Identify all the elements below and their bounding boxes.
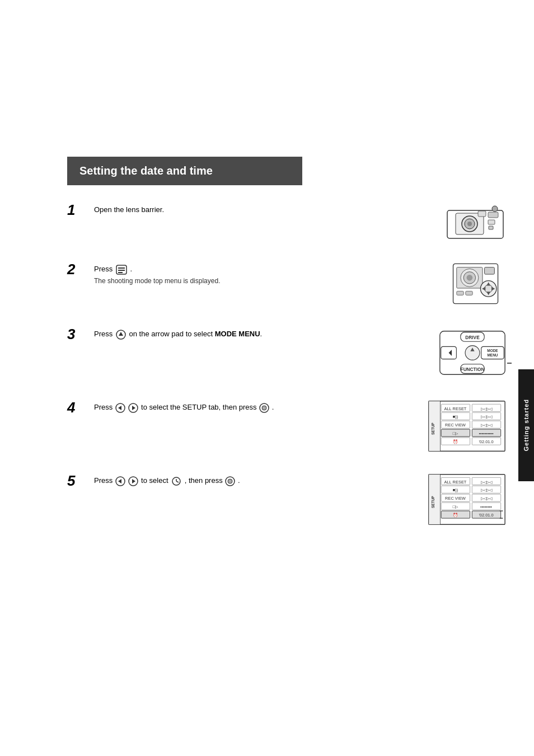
- svg-text:ALL RESET: ALL RESET: [444, 406, 467, 411]
- step-1-text: Open the lens barrier.: [94, 202, 433, 215]
- menu-button-icon: [116, 265, 127, 275]
- svg-rect-12: [118, 270, 125, 271]
- step-5-text: Press to select: [94, 473, 416, 486]
- step-4-number: 4: [67, 400, 90, 416]
- section-header: Setting the date and time: [67, 157, 302, 185]
- step-1-number: 1: [67, 202, 90, 218]
- svg-rect-7: [478, 211, 486, 217]
- svg-point-18: [485, 285, 493, 293]
- step-1-main: Open the lens barrier.: [94, 204, 433, 215]
- svg-point-4: [467, 222, 472, 226]
- svg-text:□▷: □▷: [453, 431, 459, 436]
- step-4: 4 Press to select the SETUP tab, then pr…: [67, 400, 506, 455]
- svg-text:REC VIEW: REC VIEW: [445, 496, 466, 501]
- step-5-number: 5: [67, 473, 90, 489]
- svg-text:••••••••: ••••••••: [480, 504, 492, 509]
- step-3-number: 3: [67, 326, 90, 342]
- svg-rect-5: [488, 212, 498, 218]
- clock-icon: [171, 476, 181, 486]
- svg-rect-8: [488, 220, 495, 224]
- step5-left-icon: [115, 476, 125, 486]
- svg-text:'02.01.0: '02.01.0: [479, 513, 493, 518]
- svg-text:▷◁▷◁: ▷◁▷◁: [481, 422, 493, 428]
- svg-text:⏰: ⏰: [453, 513, 458, 518]
- step-1: 1 Open the lens barrier.: [67, 202, 506, 243]
- step-3: 3 Press on the arrow pad to select MODE …: [67, 326, 506, 382]
- step-3-main: Press on the arrow pad to select MODE ME…: [94, 328, 428, 340]
- svg-rect-11: [118, 267, 125, 269]
- step-2-image: [450, 261, 506, 308]
- step-2-subtext: The shooting mode top menu is displayed.: [94, 276, 439, 286]
- svg-rect-9: [489, 226, 493, 229]
- svg-text:MODE: MODE: [487, 349, 498, 353]
- step-4-text: Press to select the SETUP tab, then pres…: [94, 400, 416, 413]
- left-arrow-circle-icon: [115, 403, 125, 413]
- svg-text:▷◁▷◁: ▷◁▷◁: [481, 496, 493, 501]
- step-1-image: [444, 202, 506, 243]
- step-2: 2 Press . The shooting mode top menu is …: [67, 261, 506, 308]
- svg-text:■)): ■)): [453, 415, 458, 420]
- page: Getting started Setting the date and tim…: [0, 157, 534, 756]
- setup-menu-1-svg: SETUP ALL RESET ▷◁▷◁ ■)) ▷◁▷◁ REC VIEW: [428, 400, 506, 453]
- svg-text:MENU: MENU: [487, 353, 498, 357]
- step-3-image: DRIVE MODE MENU FUNCTION: [439, 326, 506, 382]
- svg-point-47: [262, 406, 266, 410]
- step-2-main: Press .: [94, 264, 439, 275]
- camera-back-svg: [450, 261, 506, 306]
- step-2-number: 2: [67, 261, 90, 278]
- step5-ok-icon: [225, 476, 235, 486]
- svg-text:DRIVE: DRIVE: [465, 335, 480, 340]
- svg-rect-23: [457, 291, 463, 295]
- svg-text:⏰: ⏰: [453, 439, 458, 444]
- svg-text:FUNCTION: FUNCTION: [461, 367, 485, 372]
- side-tab: Getting started: [518, 369, 534, 481]
- step-4-image: SETUP ALL RESET ▷◁▷◁ ■)) ▷◁▷◁ REC VIEW: [428, 400, 506, 455]
- svg-text:▷◁▷◁: ▷◁▷◁: [481, 406, 493, 411]
- svg-text:▷◁▷◁: ▷◁▷◁: [481, 480, 493, 485]
- step-5: 5 Press to select: [67, 473, 506, 528]
- svg-text:REC VIEW: REC VIEW: [445, 422, 466, 428]
- svg-text:••••••••••: ••••••••••: [479, 431, 493, 436]
- svg-text:▷◁▷◁: ▷◁▷◁: [481, 415, 493, 420]
- side-tab-label: Getting started: [523, 399, 530, 451]
- svg-text:■)): ■)): [453, 488, 458, 493]
- step-4-main: Press to select the SETUP tab, then pres…: [94, 402, 416, 413]
- step-3-text: Press on the arrow pad to select MODE ME…: [94, 326, 428, 340]
- svg-rect-13: [118, 272, 123, 273]
- svg-point-27: [467, 275, 473, 281]
- setup-menu-2-svg: SETUP ALL RESET ▷◁▷◁ ■)) ▷◁▷◁ REC VIEW: [428, 473, 506, 526]
- svg-text:□▷: □▷: [453, 504, 459, 509]
- step-5-main: Press to select: [94, 475, 416, 486]
- step-5-image: SETUP ALL RESET ▷◁▷◁ ■)) ▷◁▷◁ REC VIEW: [428, 473, 506, 528]
- svg-rect-33: [441, 346, 457, 359]
- arrow-pad-svg: DRIVE MODE MENU FUNCTION: [439, 326, 506, 379]
- step-2-text: Press . The shooting mode top menu is di…: [94, 261, 439, 286]
- step5-right-icon: [128, 476, 138, 486]
- camera-top-svg: [444, 202, 506, 241]
- svg-rect-24: [466, 291, 472, 295]
- ok-button-icon: [259, 403, 269, 413]
- svg-text:'02.01.0: '02.01.0: [479, 439, 493, 444]
- svg-text:ALL RESET: ALL RESET: [444, 480, 467, 485]
- svg-text:SETUP: SETUP: [431, 422, 435, 435]
- svg-point-6: [492, 206, 498, 212]
- svg-point-79: [228, 479, 232, 483]
- svg-text:▷◁▷◁: ▷◁▷◁: [481, 488, 493, 493]
- svg-rect-16: [485, 267, 495, 274]
- svg-text:SETUP: SETUP: [431, 496, 435, 508]
- main-content: Setting the date and time 1 Open the len…: [67, 157, 506, 528]
- right-arrow-circle-icon: [128, 403, 138, 413]
- up-arrow-icon: [116, 330, 126, 340]
- page-title: Setting the date and time: [79, 165, 290, 177]
